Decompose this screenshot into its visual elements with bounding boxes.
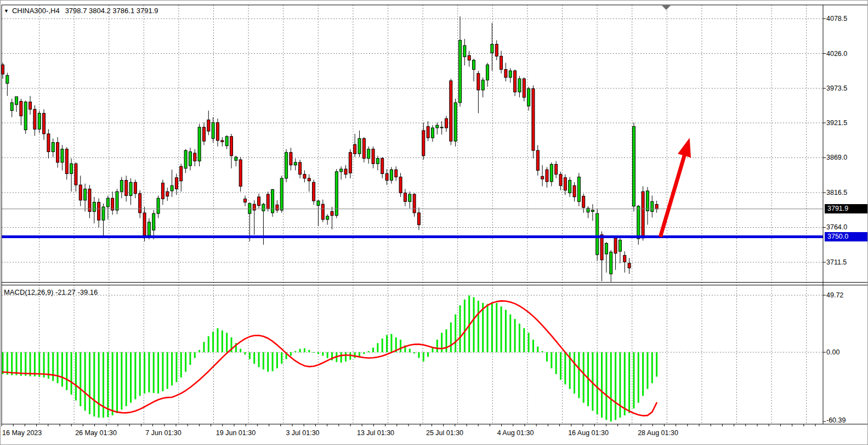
macd-bar (514, 319, 516, 352)
macd-bar (501, 306, 502, 352)
candlestick (614, 238, 617, 254)
macd-bar (171, 352, 173, 386)
symbol-dropdown-icon: ▼ (4, 8, 9, 14)
candlestick (417, 213, 420, 225)
macd-bar (537, 347, 538, 352)
candlestick (125, 181, 128, 196)
macd-bar (103, 352, 104, 418)
candlestick (532, 89, 535, 151)
macd-bar (258, 352, 260, 367)
macd-bar (496, 303, 497, 352)
candlestick (15, 97, 18, 105)
candlestick (294, 162, 297, 165)
candlestick (527, 89, 530, 106)
macd-bar (359, 352, 360, 356)
macd-bar (400, 340, 401, 352)
candlestick (207, 120, 210, 131)
macd-bar (61, 352, 63, 387)
price-axis-label: 4078.5 (826, 15, 847, 22)
candlestick (422, 131, 425, 156)
macd-bar (185, 352, 186, 372)
candlestick (129, 182, 132, 195)
candlestick (509, 71, 512, 77)
candlestick (610, 252, 612, 274)
candlestick (212, 122, 214, 138)
candlestick (198, 127, 201, 161)
candlestick (116, 191, 118, 210)
macd-bar (542, 351, 543, 352)
macd-bar (432, 348, 433, 352)
macd-bar (308, 350, 310, 352)
candlestick (317, 201, 320, 205)
macd-bar (153, 352, 155, 393)
candlestick (340, 169, 343, 172)
candlestick (500, 56, 503, 69)
candlestick (258, 197, 260, 206)
candlestick (646, 191, 649, 211)
macd-bar (299, 349, 301, 352)
candlestick (390, 170, 393, 180)
candlestick (88, 189, 91, 211)
macd-bar (656, 352, 657, 376)
candlestick (573, 185, 576, 197)
macd-bar (372, 348, 374, 352)
symbol-ohlc-values: 3798.7 3804.2 3786.1 3791.9 (65, 7, 158, 15)
macd-bar (368, 351, 370, 352)
candlestick (175, 178, 178, 189)
candlestick (459, 40, 462, 103)
candlestick (38, 113, 41, 129)
macd-bar (30, 352, 31, 376)
macd-bar (2, 352, 4, 374)
macd-bar (628, 352, 630, 413)
candlestick (111, 198, 114, 210)
macd-bar (646, 352, 648, 389)
time-axis-label: 7 Jun 01:30 (145, 429, 181, 437)
candlestick (313, 182, 315, 201)
macd-bar (52, 352, 54, 381)
candlestick (541, 176, 544, 179)
macd-bar (363, 352, 365, 354)
macd-bar (638, 352, 639, 403)
macd-bar (84, 352, 86, 411)
time-axis-label: 3 Jul 01:30 (286, 429, 319, 437)
candlestick (550, 165, 553, 182)
candlestick (536, 150, 539, 170)
candlestick (120, 181, 123, 192)
candlestick (276, 205, 279, 210)
macd-bar (519, 324, 520, 352)
macd-bar (34, 352, 36, 376)
indicator-label: MACD(12,26,9) -21.27 -39.16 (4, 288, 98, 296)
candlestick (651, 201, 654, 211)
candlestick (180, 166, 183, 181)
candlestick (225, 137, 228, 146)
candlestick (358, 138, 361, 154)
candlestick (367, 149, 370, 159)
macd-bar (505, 310, 507, 352)
candlestick (463, 46, 466, 57)
time-axis-label: 25 Jul 01:30 (426, 429, 463, 437)
candlestick (321, 204, 324, 219)
macd-bar (139, 352, 141, 396)
candlestick (216, 122, 219, 140)
price-axis-label: 3869.0 (826, 154, 847, 161)
macd-bar (272, 352, 274, 371)
candlestick (518, 78, 521, 92)
macd-bar (509, 314, 511, 352)
candlestick (596, 213, 599, 255)
macd-bar (71, 352, 72, 395)
candlestick (349, 153, 351, 173)
chart-surface[interactable]: 4078.54026.03973.53921.53869.03816.53764… (1, 1, 868, 445)
candlestick (436, 125, 439, 128)
macd-bar (597, 352, 598, 414)
macd-bar (290, 352, 292, 356)
macd-bar (144, 352, 145, 393)
macd-bar (98, 352, 100, 418)
candlestick (134, 182, 137, 194)
candlestick (248, 204, 251, 213)
macd-bar (130, 352, 132, 403)
candlestick (372, 149, 375, 164)
candlestick (395, 170, 398, 177)
symbol-title: ▼CHINA300-,H43798.7 3804.2 3786.1 3791.9 (4, 7, 158, 15)
candlestick (555, 165, 558, 174)
candlestick (427, 127, 429, 138)
